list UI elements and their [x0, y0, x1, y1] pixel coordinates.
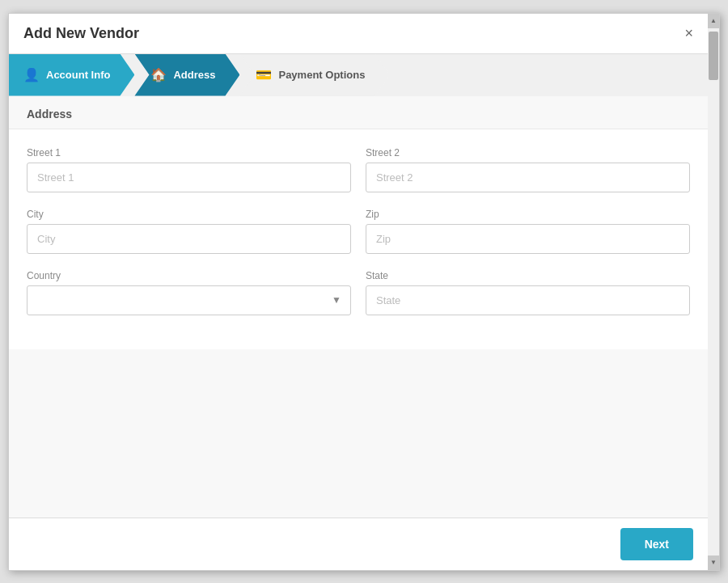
- step-address-label: Address: [173, 69, 215, 81]
- street-row: Street 1 Street 2: [27, 147, 690, 192]
- street1-group: Street 1: [27, 147, 351, 192]
- scrollbar-thumb[interactable]: [709, 32, 718, 80]
- street2-group: Street 2: [366, 147, 690, 192]
- step-payment-options[interactable]: 💳 Payment Options: [239, 54, 389, 96]
- modal-footer: Next: [9, 518, 708, 570]
- city-input[interactable]: [27, 224, 351, 254]
- section-title: Address: [9, 96, 708, 129]
- street1-input[interactable]: [27, 163, 351, 192]
- modal-header: Add New Vendor ×: [9, 14, 708, 54]
- scroll-up-button[interactable]: ▲: [708, 14, 719, 28]
- form-section: Address Street 1 Street 2 Cit: [9, 96, 708, 518]
- street1-label: Street 1: [27, 147, 351, 158]
- zip-label: Zip: [366, 209, 690, 220]
- country-select-wrapper: ▼: [27, 285, 351, 315]
- state-group: State: [366, 270, 690, 315]
- country-label: Country: [27, 270, 351, 281]
- country-state-row: Country ▼ State: [27, 270, 690, 315]
- city-group: City: [27, 209, 351, 254]
- step-account-info-label: Account Info: [46, 69, 110, 81]
- modal-container: Add New Vendor × 👤 Account Info 🏠 Addres…: [8, 13, 720, 571]
- scroll-down-button[interactable]: ▼: [708, 556, 719, 570]
- zip-group: Zip: [366, 209, 690, 254]
- modal-content: Add New Vendor × 👤 Account Info 🏠 Addres…: [9, 14, 708, 570]
- account-info-icon: 👤: [23, 67, 40, 82]
- country-select[interactable]: [27, 285, 351, 315]
- city-zip-row: City Zip: [27, 209, 690, 254]
- scrollbar: ▲ ▼: [708, 14, 719, 570]
- state-input[interactable]: [366, 285, 690, 315]
- step-address[interactable]: 🏠 Address: [134, 54, 239, 96]
- form-body: Street 1 Street 2 City Zip: [9, 129, 708, 349]
- stepper: 👤 Account Info 🏠 Address 💳 Payment Optio…: [9, 54, 708, 96]
- country-group: Country ▼: [27, 270, 351, 315]
- address-icon: 🏠: [150, 67, 167, 82]
- step-account-info[interactable]: 👤 Account Info: [9, 54, 134, 96]
- close-button[interactable]: ×: [684, 26, 693, 40]
- modal-title: Add New Vendor: [23, 25, 139, 42]
- city-label: City: [27, 209, 351, 220]
- zip-input[interactable]: [366, 224, 690, 254]
- next-button[interactable]: Next: [620, 528, 693, 560]
- payment-icon: 💳: [256, 67, 272, 82]
- street2-input[interactable]: [366, 163, 690, 192]
- street2-label: Street 2: [366, 147, 690, 158]
- state-label: State: [366, 270, 690, 281]
- step-payment-options-label: Payment Options: [278, 69, 365, 81]
